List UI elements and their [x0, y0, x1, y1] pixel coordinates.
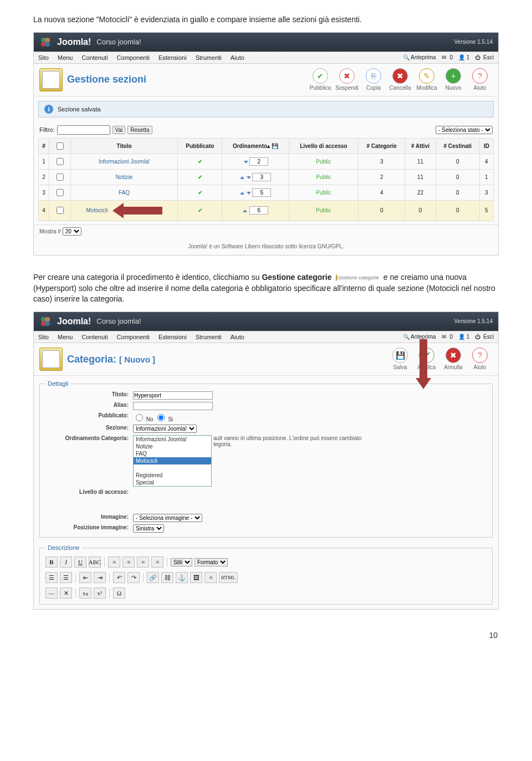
radio-si[interactable] — [157, 414, 165, 421]
published-icon[interactable]: ✔ — [198, 207, 202, 213]
reset-button[interactable]: Resetta — [127, 126, 152, 134]
state-filter[interactable]: - Seleziona stato - — [436, 126, 493, 134]
sezione-option[interactable]: Registered — [134, 472, 211, 479]
redo-button[interactable]: ↷ — [127, 572, 140, 583]
row-title[interactable]: Notizie — [70, 169, 178, 185]
menu-strumenti[interactable]: Strumenti — [196, 334, 222, 340]
input-titolo[interactable] — [133, 391, 213, 400]
sup-button[interactable]: x² — [94, 588, 106, 599]
char-button[interactable]: Ω — [113, 588, 125, 599]
order-down-icon[interactable] — [244, 161, 248, 164]
align-justify-button[interactable]: ≡ — [151, 556, 163, 568]
access-level[interactable]: Public — [289, 200, 358, 221]
order-up-icon[interactable] — [240, 192, 244, 195]
select-immagine[interactable]: - Seleziona immagine - — [133, 514, 202, 522]
order-down-icon[interactable] — [247, 192, 251, 195]
col-header[interactable] — [49, 138, 70, 154]
unlink-button[interactable]: ⛓ — [161, 572, 173, 583]
sub-button[interactable]: x₂ — [79, 588, 91, 599]
menu-contenuti[interactable]: Contenuti — [82, 54, 108, 61]
sezione-option[interactable] — [134, 464, 211, 472]
mostra-select[interactable]: 20 — [63, 227, 81, 236]
row-checkbox[interactable] — [57, 189, 64, 196]
col-header[interactable]: Titolo — [70, 138, 178, 154]
row-checkbox[interactable] — [57, 173, 64, 181]
sezione-dropdown-open[interactable]: Informazioni Joomla!NotizieFAQMotocicli … — [133, 435, 212, 487]
menu-menu[interactable]: Menu — [58, 54, 73, 61]
clean-button[interactable]: ✧ — [204, 572, 217, 583]
ul-button[interactable]: ☰ — [45, 572, 58, 583]
logout-link[interactable]: Esci — [483, 334, 494, 340]
menu-menu[interactable]: Menu — [58, 334, 73, 340]
anteprima-link[interactable]: Anteprima — [411, 54, 436, 60]
menu-componenti[interactable]: Componenti — [117, 54, 150, 61]
align-left-button[interactable]: ≡ — [108, 556, 120, 568]
sezione-option[interactable]: FAQ — [134, 450, 211, 457]
order-down-icon[interactable] — [247, 176, 251, 179]
menu-aiuto[interactable]: Aiuto — [231, 54, 244, 61]
tb-nuovo-button[interactable]: Nuovo — [441, 68, 466, 91]
logout-link[interactable]: Esci — [483, 54, 494, 60]
access-level[interactable]: Public — [289, 154, 358, 169]
published-icon[interactable]: ✔ — [198, 174, 202, 180]
ol-button[interactable]: ☰ — [60, 572, 72, 583]
sezione-option[interactable]: Notizie — [134, 443, 211, 450]
tb-aiuto-button[interactable]: Aiuto — [467, 68, 493, 91]
italic-button[interactable]: I — [60, 556, 72, 568]
order-up-icon[interactable] — [240, 176, 244, 179]
menu-contenuti[interactable]: Contenuti — [82, 334, 108, 340]
tb-pubblica-button[interactable]: Pubblica — [308, 68, 333, 91]
tb-annulla-button[interactable]: Annulla — [441, 348, 466, 370]
bold-button[interactable]: B — [45, 556, 58, 568]
row-checkbox[interactable] — [57, 207, 64, 214]
image-button[interactable]: 🖼 — [190, 572, 202, 583]
menu-estensioni[interactable]: Estensioni — [158, 334, 187, 340]
col-header[interactable]: Ordinamento▴ 💾 — [222, 138, 289, 154]
published-icon[interactable]: ✔ — [198, 190, 202, 196]
undo-button[interactable]: ↶ — [113, 572, 125, 583]
order-input[interactable] — [252, 188, 271, 197]
menu-componenti[interactable]: Componenti — [117, 334, 150, 340]
tb-aiuto-button[interactable]: Aiuto — [467, 348, 493, 370]
col-header[interactable]: # Attivi — [405, 138, 436, 154]
col-header[interactable]: Livello di accesso — [289, 138, 358, 154]
anchor-button[interactable]: ⚓ — [176, 572, 188, 583]
hr-button[interactable]: — — [45, 588, 58, 599]
strike-button[interactable]: ABC — [89, 556, 101, 568]
menu-strumenti[interactable]: Strumenti — [196, 54, 222, 61]
col-header[interactable]: ID — [479, 138, 493, 154]
access-level[interactable]: Public — [289, 185, 358, 200]
tb-modifica-button[interactable]: Modifica — [414, 68, 439, 91]
order-input[interactable] — [249, 206, 268, 214]
formato-select[interactable]: Formato — [195, 558, 228, 566]
input-alias[interactable] — [133, 402, 213, 410]
tb-cancella-button[interactable]: Cancella — [387, 68, 413, 91]
align-right-button[interactable]: ≡ — [137, 556, 149, 568]
underline-button[interactable]: U — [74, 556, 86, 568]
filter-input[interactable] — [57, 125, 110, 135]
published-icon[interactable]: ✔ — [198, 159, 202, 165]
go-button[interactable]: Vai — [112, 126, 126, 134]
check-all[interactable] — [57, 142, 64, 150]
menu-sito[interactable]: Sito — [38, 334, 49, 340]
outdent-button[interactable]: ⇤ — [79, 572, 91, 583]
col-header[interactable]: # Cestinati — [436, 138, 479, 154]
menu-estensioni[interactable]: Estensioni — [158, 54, 187, 61]
remove-format-button[interactable]: ✕ — [60, 588, 72, 599]
col-header[interactable]: # Categorie — [359, 138, 405, 154]
row-title[interactable]: Motocicli — [70, 200, 178, 221]
row-checkbox[interactable] — [57, 158, 64, 165]
row-title[interactable]: Informazioni Joomla! — [70, 154, 178, 169]
sezione-option[interactable]: Special — [134, 479, 211, 486]
link-button[interactable]: 🔗 — [147, 572, 159, 583]
tb-sospendi-button[interactable]: Sospendi — [334, 68, 360, 91]
col-header[interactable]: Pubblicato — [178, 138, 222, 154]
tb-copia-button[interactable]: Copia — [361, 68, 386, 91]
select-sezione[interactable]: Informazioni Joomla! — [133, 425, 197, 433]
menu-sito[interactable]: Sito — [38, 54, 49, 61]
radio-no[interactable] — [136, 414, 143, 421]
html-button[interactable]: HTML — [219, 572, 238, 583]
order-up-icon[interactable] — [243, 210, 247, 212]
sezione-option[interactable]: Informazioni Joomla! — [134, 436, 211, 443]
indent-button[interactable]: ⇥ — [94, 572, 106, 583]
